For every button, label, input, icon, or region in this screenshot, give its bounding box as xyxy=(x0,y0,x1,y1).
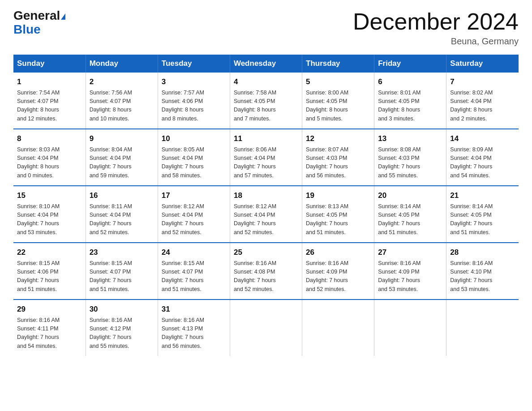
day-info-line: Sunrise: 8:15 AM xyxy=(162,259,226,268)
day-info-line: Daylight: 7 hours xyxy=(306,163,370,171)
day-info-line: and 51 minutes. xyxy=(90,285,154,294)
day-info-line: Sunrise: 8:06 AM xyxy=(234,146,298,154)
day-info-line: and 8 minutes. xyxy=(162,115,226,123)
day-info-line: and 10 minutes. xyxy=(90,115,154,123)
day-cell-22: 22Sunrise: 8:15 AMSunset: 4:06 PMDayligh… xyxy=(13,243,86,300)
day-info-line: Sunrise: 8:04 AM xyxy=(90,146,154,154)
header-day-saturday: Saturday xyxy=(446,55,519,73)
day-info-line: and 3 minutes. xyxy=(378,115,442,123)
day-info-line: Daylight: 7 hours xyxy=(450,163,515,171)
day-info-line: Sunset: 4:06 PM xyxy=(17,268,82,276)
day-info-line: Daylight: 7 hours xyxy=(90,163,154,171)
day-info-line: and 55 minutes. xyxy=(378,171,442,180)
day-cell-25: 25Sunrise: 8:16 AMSunset: 4:08 PMDayligh… xyxy=(230,243,302,300)
day-number: 9 xyxy=(90,133,154,145)
day-info: Sunrise: 8:16 AMSunset: 4:08 PMDaylight:… xyxy=(234,259,298,294)
day-number: 4 xyxy=(234,76,298,88)
day-info-line: Sunrise: 8:12 AM xyxy=(162,202,226,211)
day-number: 24 xyxy=(162,247,226,258)
day-info-line: Sunrise: 8:14 AM xyxy=(378,202,442,211)
day-cell-16: 16Sunrise: 8:11 AMSunset: 4:04 PMDayligh… xyxy=(86,186,158,243)
day-info-line: and 55 minutes. xyxy=(90,342,154,351)
day-info-line: Daylight: 7 hours xyxy=(17,333,82,342)
day-info: Sunrise: 8:16 AMSunset: 4:13 PMDaylight:… xyxy=(162,316,226,351)
day-cell-28: 28Sunrise: 8:16 AMSunset: 4:10 PMDayligh… xyxy=(446,243,519,300)
week-row-4: 22Sunrise: 8:15 AMSunset: 4:06 PMDayligh… xyxy=(13,243,519,300)
day-info-line: and 51 minutes. xyxy=(17,285,82,294)
day-info: Sunrise: 8:16 AMSunset: 4:12 PMDaylight:… xyxy=(90,316,154,351)
day-info-line: Sunset: 4:08 PM xyxy=(234,268,298,276)
day-info-line: Sunset: 4:05 PM xyxy=(306,211,370,219)
day-info-line: Sunset: 4:11 PM xyxy=(17,325,82,333)
day-info-line: and 54 minutes. xyxy=(450,171,515,180)
day-cell-14: 14Sunrise: 8:09 AMSunset: 4:04 PMDayligh… xyxy=(446,129,519,186)
day-info-line: Sunset: 4:04 PM xyxy=(162,154,226,163)
day-info-line: and 2 minutes. xyxy=(450,115,515,123)
day-info: Sunrise: 8:15 AMSunset: 4:06 PMDaylight:… xyxy=(17,259,82,294)
logo-general: General xyxy=(13,9,60,22)
day-number: 2 xyxy=(90,76,154,88)
day-number: 20 xyxy=(378,190,442,201)
day-info-line: Sunset: 4:04 PM xyxy=(17,154,82,163)
day-info: Sunrise: 7:56 AMSunset: 4:07 PMDaylight:… xyxy=(90,89,154,124)
day-info-line: Sunset: 4:05 PM xyxy=(450,211,515,219)
day-info-line: and 57 minutes. xyxy=(234,171,298,180)
day-info-line: Sunrise: 8:00 AM xyxy=(306,89,370,97)
calendar-body: 1Sunrise: 7:54 AMSunset: 4:07 PMDaylight… xyxy=(13,73,519,356)
day-number: 15 xyxy=(17,190,82,201)
day-info: Sunrise: 8:12 AMSunset: 4:04 PMDaylight:… xyxy=(162,202,226,237)
day-info-line: Daylight: 7 hours xyxy=(17,219,82,228)
header-day-wednesday: Wednesday xyxy=(230,55,302,73)
day-info-line: Daylight: 7 hours xyxy=(90,333,154,342)
day-cell-11: 11Sunrise: 8:06 AMSunset: 4:04 PMDayligh… xyxy=(230,129,302,186)
day-info-line: Daylight: 8 hours xyxy=(90,106,154,114)
day-cell-empty-5 xyxy=(374,300,446,356)
day-info-line: Sunrise: 7:58 AM xyxy=(234,89,298,97)
day-info-line: Sunrise: 8:16 AM xyxy=(234,259,298,268)
day-info-line: Daylight: 7 hours xyxy=(450,219,515,228)
day-number: 23 xyxy=(90,247,154,258)
day-info-line: Sunrise: 8:15 AM xyxy=(90,259,154,268)
day-info: Sunrise: 8:16 AMSunset: 4:11 PMDaylight:… xyxy=(17,316,82,351)
day-number: 10 xyxy=(162,133,226,145)
day-info-line: Sunrise: 8:07 AM xyxy=(306,146,370,154)
day-number: 19 xyxy=(306,190,370,201)
day-info-line: Sunset: 4:13 PM xyxy=(162,325,226,333)
day-info-line: Sunrise: 8:16 AM xyxy=(17,316,82,325)
day-cell-31: 31Sunrise: 8:16 AMSunset: 4:13 PMDayligh… xyxy=(158,300,230,356)
day-number: 22 xyxy=(17,247,82,258)
day-cell-12: 12Sunrise: 8:07 AMSunset: 4:03 PMDayligh… xyxy=(302,129,374,186)
day-info-line: Sunset: 4:07 PM xyxy=(162,268,226,276)
day-info-line: Daylight: 7 hours xyxy=(378,276,442,285)
day-info-line: Sunset: 4:03 PM xyxy=(306,154,370,163)
day-info-line: Daylight: 7 hours xyxy=(90,276,154,285)
day-info-line: and 54 minutes. xyxy=(17,342,82,351)
day-info-line: Sunrise: 8:16 AM xyxy=(378,259,442,268)
day-info: Sunrise: 8:03 AMSunset: 4:04 PMDaylight:… xyxy=(17,146,82,180)
day-info-line: and 7 minutes. xyxy=(234,115,298,123)
day-cell-1: 1Sunrise: 7:54 AMSunset: 4:07 PMDaylight… xyxy=(13,73,86,129)
day-info-line: Daylight: 7 hours xyxy=(234,219,298,228)
day-info: Sunrise: 8:15 AMSunset: 4:07 PMDaylight:… xyxy=(90,259,154,294)
day-info-line: Daylight: 7 hours xyxy=(162,333,226,342)
day-info-line: and 53 minutes. xyxy=(450,285,515,294)
day-info-line: Sunrise: 8:01 AM xyxy=(378,89,442,97)
day-info-line: Sunrise: 8:14 AM xyxy=(450,202,515,211)
day-info-line: Sunrise: 8:16 AM xyxy=(306,259,370,268)
day-info-line: Daylight: 7 hours xyxy=(306,276,370,285)
day-info-line: Sunset: 4:05 PM xyxy=(306,97,370,106)
day-info-line: Sunrise: 7:57 AM xyxy=(162,89,226,97)
day-number: 16 xyxy=(90,190,154,201)
day-info-line: and 51 minutes. xyxy=(162,285,226,294)
day-info: Sunrise: 8:14 AMSunset: 4:05 PMDaylight:… xyxy=(450,202,515,237)
day-info: Sunrise: 8:16 AMSunset: 4:10 PMDaylight:… xyxy=(450,259,515,294)
day-info-line: Sunset: 4:10 PM xyxy=(450,268,515,276)
day-cell-19: 19Sunrise: 8:13 AMSunset: 4:05 PMDayligh… xyxy=(302,186,374,243)
day-info-line: Daylight: 8 hours xyxy=(234,106,298,114)
day-info-line: and 52 minutes. xyxy=(234,228,298,237)
calendar-title: December 2024 xyxy=(353,9,519,34)
day-info: Sunrise: 8:08 AMSunset: 4:03 PMDaylight:… xyxy=(378,146,442,180)
header-row: SundayMondayTuesdayWednesdayThursdayFrid… xyxy=(13,55,519,73)
day-cell-17: 17Sunrise: 8:12 AMSunset: 4:04 PMDayligh… xyxy=(158,186,230,243)
day-info-line: Sunset: 4:09 PM xyxy=(306,268,370,276)
